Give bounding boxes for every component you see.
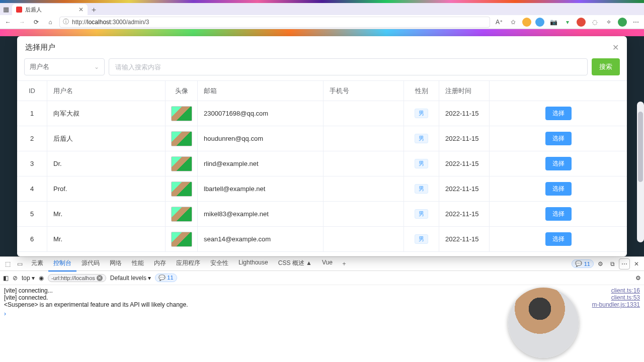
issues-pill[interactable]: 💬 11 (572, 259, 594, 268)
devtools-tab[interactable]: 源代码 (76, 256, 105, 272)
devtools-tab[interactable]: Vue (317, 256, 338, 272)
devtools-settings-icon[interactable]: ⚙ (595, 258, 606, 269)
table-row: 3Dr.rlind@example.net男2022-11-15选择 (17, 151, 627, 176)
cell-avatar (166, 126, 198, 151)
refresh-ext-icon[interactable]: ◌ (590, 17, 600, 27)
console-output: [vite] connecting...client.ts:16[vite] c… (0, 285, 644, 362)
site-info-icon[interactable]: ⓘ (63, 18, 69, 26)
select-button[interactable]: 选择 (545, 232, 572, 246)
scrollbar-thumb[interactable] (638, 112, 643, 182)
cell-avatar (166, 202, 198, 226)
console-sidebar-icon[interactable]: ◧ (3, 275, 9, 282)
search-button[interactable]: 搜索 (592, 58, 620, 75)
vue-devtools-icon[interactable]: ▾ (562, 17, 573, 27)
browser-tab-active[interactable]: 后盾人 ✕ (12, 4, 88, 15)
log-levels-select[interactable]: Default levels ▾ (110, 275, 151, 282)
devtools-tab[interactable]: Lighthouse (233, 256, 273, 272)
camera-icon[interactable]: 📷 (548, 17, 558, 27)
clear-filter-icon[interactable]: ✕ (97, 275, 103, 281)
inspect-element-icon[interactable]: ⬚ (2, 258, 13, 269)
cell-phone (324, 202, 404, 226)
devtools-close-icon[interactable]: ✕ (631, 258, 642, 269)
select-button[interactable]: 选择 (545, 157, 572, 170)
col-gender: 性别 (404, 81, 439, 101)
reader-icon[interactable]: A⁺ (494, 17, 504, 27)
select-button[interactable]: 选择 (545, 207, 572, 221)
cell-avatar (166, 151, 198, 176)
ext-icon-1[interactable] (522, 18, 531, 27)
gender-tag: 男 (415, 234, 428, 244)
profile-avatar[interactable] (618, 18, 627, 27)
back-button[interactable]: ← (3, 17, 13, 27)
devtools-tabstrip: ⬚ ▭ 元素控制台源代码网络性能内存应用程序安全性LighthouseCSS 概… (0, 257, 644, 271)
page-backdrop: 选择用户 ✕ 用户名 ⌄ 搜索 ID 用户名 头像 邮箱 手机号 性别 注册时间… (0, 36, 644, 256)
devtools-tab[interactable]: 应用程序 (171, 256, 205, 272)
col-name: 用户名 (47, 81, 166, 101)
table-row: 5Mr.mikel83@example.net男2022-11-15选择 (17, 202, 627, 227)
reload-button[interactable]: ⟳ (31, 17, 41, 27)
select-button[interactable]: 选择 (545, 107, 572, 120)
devtools-tab[interactable]: 性能 (127, 256, 149, 272)
tab-overview-icon[interactable]: ▦ (0, 3, 12, 15)
cell-gender: 男 (404, 126, 439, 151)
cell-created: 2022-11-15 (439, 126, 490, 151)
ext-icon-2[interactable] (535, 18, 544, 27)
console-settings-icon[interactable]: ⚙ (635, 275, 641, 282)
select-button[interactable]: 选择 (545, 132, 572, 145)
live-expression-icon[interactable]: ◉ (39, 275, 44, 282)
col-phone: 手机号 (324, 81, 404, 101)
cell-email: houdunren@qq.com (198, 126, 324, 151)
cell-email: 2300071698@qq.com (198, 101, 324, 126)
devtools-tab[interactable]: 控制台 (48, 256, 76, 272)
issues-count-chip[interactable]: 💬 11 (155, 274, 177, 282)
devtools-more-icon[interactable]: ⋯ (619, 258, 630, 269)
cell-id: 1 (17, 101, 47, 126)
avatar (171, 156, 192, 171)
collections-icon[interactable]: ✧ (604, 17, 614, 27)
cell-created: 2022-11-15 (439, 202, 490, 226)
devtools-dock-icon[interactable]: ⧉ (607, 258, 618, 269)
gender-tag: 男 (415, 109, 428, 118)
home-button[interactable]: ⌂ (45, 17, 55, 27)
forward-button[interactable]: → (17, 17, 27, 27)
cell-gender: 男 (404, 227, 439, 251)
add-tab-icon[interactable]: ＋ (339, 258, 350, 269)
log-message: [vite] connected. (4, 294, 48, 301)
new-tab-button[interactable]: ＋ (88, 4, 100, 15)
gender-tag: 男 (415, 134, 428, 143)
select-button[interactable]: 选择 (545, 182, 572, 196)
clear-console-icon[interactable]: ⊘ (13, 275, 18, 282)
cell-avatar (166, 227, 198, 251)
execution-context[interactable]: top ▾ (22, 275, 35, 282)
avatar (171, 106, 192, 121)
address-bar[interactable]: ⓘ http://localhost:3000/admin/3 (59, 17, 490, 28)
log-source-link[interactable]: client.ts:16 (611, 287, 640, 294)
devtools-tab[interactable]: CSS 概述 ▲ (273, 256, 317, 272)
col-avatar: 头像 (166, 81, 198, 101)
gender-tag: 男 (415, 159, 428, 168)
log-source-link[interactable]: client.ts:53 (611, 294, 640, 301)
cell-id: 6 (17, 227, 47, 251)
cell-name: Dr. (47, 151, 166, 176)
cell-email: mikel83@example.net (198, 202, 324, 226)
console-filter-chip[interactable]: -url:http://localhos✕ (48, 274, 106, 282)
device-toolbar-icon[interactable]: ▭ (14, 258, 25, 269)
tab-close-icon[interactable]: ✕ (78, 6, 84, 13)
gender-tag: 男 (415, 209, 428, 219)
favorite-icon[interactable]: ✩ (508, 17, 518, 27)
browser-toolbar: ← → ⟳ ⌂ ⓘ http://localhost:3000/admin/3 … (0, 15, 644, 29)
ext-icon-3[interactable] (577, 18, 586, 27)
browser-menu-icon[interactable]: ⋯ (631, 17, 641, 27)
modal-close-icon[interactable]: ✕ (612, 43, 619, 52)
devtools-tab[interactable]: 网络 (105, 256, 127, 272)
page-scrollbar[interactable] (637, 102, 644, 242)
devtools-tab[interactable]: 内存 (149, 256, 171, 272)
devtools-tab[interactable]: 安全性 (205, 256, 233, 272)
avatar (171, 182, 192, 197)
log-source-link[interactable]: m-bundler.js:1331 (592, 301, 640, 308)
search-input[interactable] (109, 58, 588, 75)
devtools-tab[interactable]: 元素 (26, 256, 48, 272)
cell-created: 2022-11-15 (439, 151, 490, 176)
cell-gender: 男 (404, 101, 439, 126)
search-field-select[interactable]: 用户名 ⌄ (24, 58, 105, 75)
